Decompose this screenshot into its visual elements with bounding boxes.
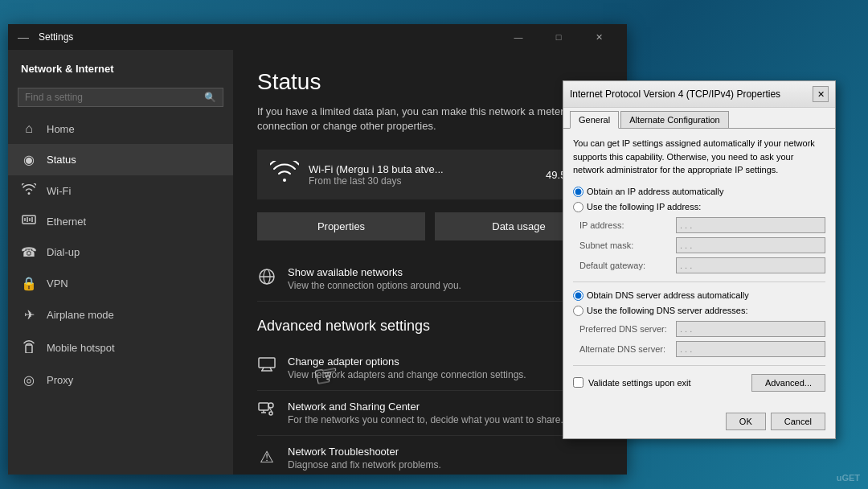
ip-address-row: IP address: [573, 217, 825, 233]
show-networks-info: Show available networks View the connect… [288, 266, 461, 291]
sidebar-item-proxy[interactable]: ◎ Proxy [8, 364, 233, 396]
subtitle-text: If you have a limited data plan, you can… [257, 105, 603, 134]
troubleshooter-info: Network Troubleshooter Diagnose and fix … [288, 446, 441, 471]
tcp-dialog: Internet Protocol Version 4 (TCP/IPv4) P… [563, 80, 836, 439]
properties-button[interactable]: Properties [257, 212, 425, 240]
radio-manual-dns-label[interactable]: Use the following DNS server addresses: [573, 306, 748, 316]
preferred-dns-label: Preferred DNS server: [579, 324, 676, 334]
tcp-close-button[interactable]: ✕ [813, 86, 829, 102]
troubleshooter-option[interactable]: ⚠ Network Troubleshooter Diagnose and fi… [257, 436, 603, 475]
dialup-icon: ☎ [21, 244, 37, 260]
radio-auto-dns-row[interactable]: Obtain DNS server address automatically [573, 290, 825, 301]
radio-manual-ip[interactable] [573, 202, 583, 212]
change-adapter-title: Change adapter options [288, 355, 526, 368]
tcp-titlebar: Internet Protocol Version 4 (TCP/IPv4) P… [563, 81, 835, 108]
sidebar-item-ethernet[interactable]: Ethernet [8, 206, 233, 236]
home-icon: ⌂ [21, 121, 37, 136]
titlebar-controls: — □ ✕ [500, 24, 617, 50]
radio-manual-ip-label[interactable]: Use the following IP address: [573, 202, 701, 212]
back-button[interactable]: — [18, 31, 29, 43]
tcp-dialog-title: Internet Protocol Version 4 (TCP/IPv4) P… [570, 88, 813, 100]
radio-auto-ip-text: Obtain an IP address automatically [587, 187, 723, 196]
alternate-dns-row: Alternate DNS server: [573, 341, 825, 357]
sidebar-item-hotspot[interactable]: Mobile hotspot [8, 331, 233, 364]
subnet-mask-row: Subnet mask: [573, 237, 825, 253]
sidebar-item-status-label: Status [47, 154, 76, 166]
troubleshooter-title: Network Troubleshooter [288, 446, 441, 458]
maximize-button[interactable]: □ [540, 24, 577, 50]
wifi-name: Wi-Fi (Mergu i 18 buta atve... [309, 163, 536, 175]
sidebar-item-ethernet-label: Ethernet [47, 216, 86, 228]
advanced-button[interactable]: Advanced... [751, 374, 825, 392]
settings-titlebar: — Settings — □ ✕ [8, 24, 627, 50]
tcp-body: You can get IP settings assigned automat… [563, 129, 835, 406]
tcp-tabs: General Alternate Configuration [563, 108, 835, 129]
ip-address-input[interactable] [676, 217, 825, 233]
wifi-card-icon [270, 161, 299, 188]
wifi-subtitle: From the last 30 days [309, 175, 536, 187]
radio-auto-ip-row[interactable]: Obtain an IP address automatically [573, 187, 825, 197]
default-gateway-input[interactable] [676, 257, 825, 273]
sidebar-header: Network & Internet [8, 50, 233, 81]
radio-manual-dns-row[interactable]: Use the following DNS server addresses: [573, 306, 825, 316]
change-adapter-desc: View network adapters and change connect… [288, 369, 526, 380]
cancel-button[interactable]: Cancel [771, 413, 825, 430]
tab-general[interactable]: General [570, 111, 619, 129]
ip-address-label: IP address: [579, 220, 676, 230]
svg-rect-13 [259, 403, 268, 410]
tab-alternate-config[interactable]: Alternate Configuration [620, 111, 729, 128]
sidebar-item-hotspot-label: Mobile hotspot [47, 342, 115, 354]
sidebar-item-status[interactable]: ◉ Status [8, 144, 233, 175]
sharing-center-title: Network and Sharing Center [288, 401, 563, 413]
radio-manual-dns-text: Use the following DNS server addresses: [587, 306, 748, 315]
page-title: Status [257, 69, 603, 95]
tcp-divider-1 [573, 281, 825, 282]
change-adapter-option[interactable]: Change adapter options View network adap… [257, 346, 603, 391]
minimize-button[interactable]: — [500, 24, 537, 50]
sidebar-item-airplane-label: Airplane mode [47, 309, 114, 321]
networks-icon [257, 268, 276, 290]
settings-body: Network & Internet 🔍 ⌂ Home ◉ Status [8, 50, 627, 475]
alternate-dns-label: Alternate DNS server: [579, 344, 676, 354]
airplane-icon: ✈ [21, 307, 37, 323]
search-box[interactable]: 🔍 [18, 88, 223, 107]
troubleshooter-desc: Diagnose and fix network problems. [288, 459, 441, 471]
radio-auto-dns[interactable] [573, 290, 583, 301]
radio-manual-ip-text: Use the following IP address: [587, 202, 701, 212]
sharing-center-option[interactable]: Network and Sharing Center For the netwo… [257, 391, 603, 436]
vpn-icon: 🔒 [21, 276, 37, 291]
hotspot-icon [21, 339, 37, 356]
action-buttons: Properties Data usage [257, 212, 603, 240]
ok-button[interactable]: OK [726, 413, 766, 430]
svg-rect-5 [26, 345, 32, 353]
watermark: uGET [837, 473, 860, 483]
sidebar-item-dialup[interactable]: ☎ Dial-up [8, 236, 233, 268]
radio-auto-ip-label[interactable]: Obtain an IP address automatically [573, 187, 723, 197]
tcp-footer: OK Cancel [563, 406, 835, 438]
subnet-mask-input[interactable] [676, 237, 825, 253]
default-gateway-label: Default gateway: [579, 261, 676, 270]
sidebar-item-vpn[interactable]: 🔒 VPN [8, 268, 233, 299]
search-input[interactable] [25, 92, 204, 103]
validate-settings-checkbox[interactable] [573, 377, 583, 388]
validate-settings-row[interactable]: Validate settings upon exit Advanced... [573, 374, 825, 392]
radio-manual-dns[interactable] [573, 306, 583, 316]
radio-auto-dns-label[interactable]: Obtain DNS server address automatically [573, 290, 749, 301]
alternate-dns-input[interactable] [676, 341, 825, 357]
svg-rect-9 [259, 358, 275, 368]
close-button[interactable]: ✕ [580, 24, 617, 50]
show-networks-desc: View the connection options around you. [288, 280, 461, 291]
sidebar-item-wifi[interactable]: Wi-Fi [8, 175, 233, 206]
radio-manual-ip-row[interactable]: Use the following IP address: [573, 202, 825, 212]
show-networks-option[interactable]: Show available networks View the connect… [257, 257, 603, 302]
sidebar-item-home[interactable]: ⌂ Home [8, 113, 233, 144]
preferred-dns-input[interactable] [676, 321, 825, 337]
sidebar-item-dialup-label: Dial-up [47, 246, 80, 258]
radio-auto-ip[interactable] [573, 187, 583, 197]
sidebar-item-airplane[interactable]: ✈ Airplane mode [8, 299, 233, 331]
ethernet-icon [21, 214, 37, 228]
status-icon: ◉ [21, 152, 37, 167]
adapter-icon [257, 357, 276, 376]
preferred-dns-row: Preferred DNS server: [573, 321, 825, 337]
radio-auto-dns-text: Obtain DNS server address automatically [587, 290, 749, 300]
